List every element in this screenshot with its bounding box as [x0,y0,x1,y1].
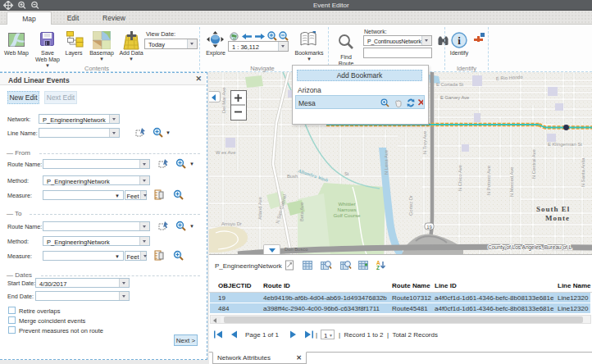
svg-text:N Central Ave: N Central Ave [531,149,536,179]
svg-text:Golf Course: Golf Course [333,212,361,218]
svg-text:Narrows: Narrows [337,207,356,212]
svg-text:E Klingerman St: E Klingerman St [548,142,582,147]
svg-text:E Garvey Ave: E Garvey Ave [440,95,469,100]
svg-text:N Lena Ave: N Lena Ave [384,150,389,175]
svg-text:N Potrero Ave: N Potrero Ave [486,166,491,195]
svg-text:Bush: Bush [287,174,298,179]
svg-text:Atland Ave: Atland Ave [257,197,262,220]
svg-text:N Santa Anita: N Santa Anita [581,157,585,187]
svg-text:Beta Ave: Beta Ave [299,202,304,221]
svg-text:St: St [344,171,349,176]
svg-text:N Troy Ave: N Troy Ave [422,131,427,154]
svg-text:Monte: Monte [545,214,570,222]
svg-text:Don Bosco: Don Bosco [285,247,307,252]
svg-text:i: i [458,34,461,47]
svg-text:N Chico Ave: N Chico Ave [458,165,462,191]
svg-text:Page 1 of 1: Page 1 of 1 [245,331,279,339]
svg-text:Whittier: Whittier [339,201,356,207]
svg-text:19: 19 [426,225,432,230]
svg-text:South El: South El [536,205,570,213]
svg-text:N Merced Ave: N Merced Ave [509,167,514,197]
svg-text:County of Los Angeles, Bureau: County of Los Angeles, Bureau of L [488,244,572,251]
svg-text:Cortez Dr: Cortez Dr [408,195,413,216]
svg-text:Del Mar Ave: Del Mar Ave [221,88,226,113]
svg-text:Arroyo Dr: Arroyo Dr [221,221,242,226]
svg-text:W es Ave: W es Ave [216,150,235,155]
svg-text:Z: Z [376,265,380,271]
svg-text:E Cortada St: E Cortada St [436,82,464,87]
